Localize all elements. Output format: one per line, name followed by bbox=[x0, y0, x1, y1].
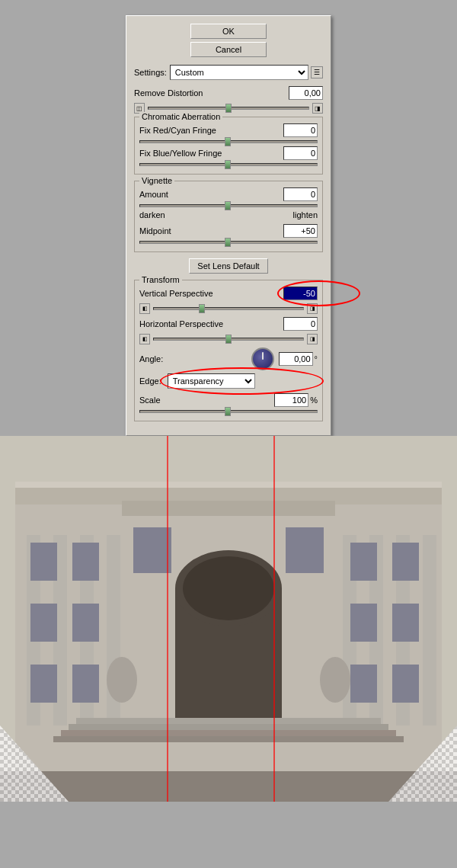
svg-rect-23 bbox=[30, 665, 57, 703]
vp-right-icon: ◨ bbox=[307, 303, 318, 314]
lens-correction-dialog: OK Cancel Settings: Custom ☰ Remove Dist… bbox=[126, 15, 331, 436]
settings-label: Settings: bbox=[134, 68, 167, 77]
set-lens-default-button[interactable]: Set Lens Default bbox=[189, 258, 267, 274]
svg-rect-26 bbox=[392, 543, 419, 581]
amount-input[interactable] bbox=[283, 187, 318, 201]
remove-distortion-label: Remove Distortion bbox=[134, 88, 289, 98]
svg-rect-22 bbox=[72, 604, 99, 642]
darken-label: darken bbox=[139, 210, 165, 219]
vertical-perspective-label: Vertical Perspective bbox=[139, 289, 283, 298]
fix-red-cyan-row: Fix Red/Cyan Fringe bbox=[139, 123, 318, 137]
lighten-label: lighten bbox=[293, 210, 318, 219]
remove-distortion-section: Remove Distortion ◫ ◨ bbox=[134, 86, 323, 114]
hp-left-icon: ◧ bbox=[139, 334, 150, 344]
dark-lighter-row: darken lighten bbox=[139, 210, 318, 221]
cancel-button[interactable]: Cancel bbox=[190, 42, 267, 57]
svg-rect-16 bbox=[69, 724, 388, 730]
vp-thumb[interactable] bbox=[199, 304, 205, 313]
transform-section: Transform Vertical Perspective ◧ ◨ bbox=[134, 280, 323, 421]
svg-point-34 bbox=[107, 657, 137, 703]
ok-button[interactable]: OK bbox=[190, 24, 267, 39]
remove-distortion-thumb[interactable] bbox=[225, 104, 232, 113]
scale-label: Scale bbox=[139, 396, 274, 405]
remove-distortion-row: Remove Distortion bbox=[134, 86, 323, 100]
amount-label: Amount bbox=[139, 190, 283, 199]
svg-rect-3 bbox=[15, 482, 442, 488]
edge-row: Edge: Transparency Background Color Edge… bbox=[139, 373, 318, 389]
hp-right-icon: ◨ bbox=[307, 334, 318, 344]
angle-input-group: ° bbox=[279, 352, 318, 366]
angle-label: Angle: bbox=[139, 354, 251, 364]
hp-track[interactable] bbox=[153, 338, 304, 341]
remove-distortion-track[interactable] bbox=[148, 107, 309, 110]
scale-thumb[interactable] bbox=[225, 407, 231, 416]
amount-track[interactable] bbox=[139, 204, 318, 207]
midpoint-thumb[interactable] bbox=[225, 238, 231, 247]
angle-dial[interactable] bbox=[251, 348, 274, 370]
svg-rect-15 bbox=[76, 718, 381, 724]
degree-symbol: ° bbox=[315, 354, 318, 364]
horizontal-perspective-input[interactable] bbox=[283, 317, 318, 331]
horizontal-perspective-row: Horizontal Perspective bbox=[139, 317, 318, 331]
edge-select-wrapper: Transparency Background Color Edge Exten… bbox=[168, 373, 318, 389]
fix-red-cyan-label: Fix Red/Cyan Fringe bbox=[139, 126, 283, 135]
hp-thumb[interactable] bbox=[225, 335, 232, 344]
hp-slider-row: ◧ ◨ bbox=[139, 334, 318, 344]
amount-row: Amount bbox=[139, 187, 318, 201]
vp-row-container: Vertical Perspective bbox=[139, 287, 318, 300]
midpoint-label: Midpoint bbox=[139, 226, 283, 235]
fix-red-cyan-track[interactable] bbox=[139, 140, 318, 143]
settings-row: Settings: Custom ☰ bbox=[134, 65, 323, 80]
transform-title: Transform bbox=[139, 275, 182, 284]
settings-menu-icon[interactable]: ☰ bbox=[311, 66, 323, 78]
svg-rect-18 bbox=[53, 736, 404, 742]
vertical-perspective-input[interactable] bbox=[283, 287, 318, 300]
scale-input[interactable] bbox=[274, 393, 308, 407]
image-section bbox=[0, 436, 457, 802]
remove-distortion-input[interactable] bbox=[289, 86, 323, 100]
svg-rect-17 bbox=[61, 730, 396, 736]
dialog-container: OK Cancel Settings: Custom ☰ Remove Dist… bbox=[0, 0, 457, 436]
fix-blue-yellow-label: Fix Blue/Yellow Fringe bbox=[139, 149, 283, 158]
svg-rect-36 bbox=[0, 771, 457, 802]
fix-blue-yellow-input[interactable] bbox=[283, 146, 318, 160]
angle-container: ° bbox=[251, 348, 318, 370]
amount-thumb[interactable] bbox=[225, 201, 231, 210]
svg-rect-19 bbox=[30, 543, 57, 581]
fix-red-cyan-input[interactable] bbox=[283, 123, 318, 137]
fix-red-cyan-slider-row bbox=[139, 140, 318, 143]
vp-track[interactable] bbox=[153, 307, 304, 310]
fix-red-cyan-thumb[interactable] bbox=[225, 137, 231, 146]
settings-select-container: Custom ☰ bbox=[170, 65, 323, 80]
fix-blue-yellow-thumb[interactable] bbox=[225, 160, 231, 169]
midpoint-track[interactable] bbox=[139, 241, 318, 244]
settings-select[interactable]: Custom bbox=[170, 65, 308, 80]
horizontal-perspective-label: Horizontal Perspective bbox=[139, 319, 283, 328]
svg-rect-20 bbox=[72, 543, 99, 581]
svg-rect-11 bbox=[423, 535, 436, 725]
svg-point-35 bbox=[320, 657, 350, 703]
building-image bbox=[0, 436, 457, 802]
vp-slider-row: ◧ ◨ bbox=[139, 303, 318, 314]
scale-percent: % bbox=[310, 396, 318, 405]
edge-label: Edge: bbox=[139, 376, 161, 386]
fix-blue-yellow-slider-row bbox=[139, 163, 318, 166]
svg-rect-31 bbox=[133, 527, 171, 573]
dialog-buttons: OK Cancel bbox=[134, 24, 323, 57]
scale-track[interactable] bbox=[139, 410, 318, 413]
svg-rect-30 bbox=[392, 665, 419, 703]
scale-row: Scale % bbox=[139, 393, 318, 407]
remove-distortion-right-icon: ◨ bbox=[312, 103, 323, 114]
vignette-title: Vignette bbox=[139, 176, 174, 185]
midpoint-input[interactable] bbox=[283, 224, 318, 238]
edge-select[interactable]: Transparency Background Color Edge Exten… bbox=[168, 373, 255, 389]
vignette-section: Vignette Amount darken lighten Midpoint bbox=[134, 181, 323, 252]
svg-rect-21 bbox=[30, 604, 57, 642]
svg-rect-33 bbox=[122, 501, 335, 516]
angle-input[interactable] bbox=[279, 352, 313, 366]
svg-rect-24 bbox=[72, 665, 99, 703]
midpoint-row: Midpoint bbox=[139, 224, 318, 238]
vertical-perspective-row: Vertical Perspective bbox=[139, 287, 318, 300]
fix-blue-yellow-track[interactable] bbox=[139, 163, 318, 166]
svg-rect-25 bbox=[350, 543, 377, 581]
